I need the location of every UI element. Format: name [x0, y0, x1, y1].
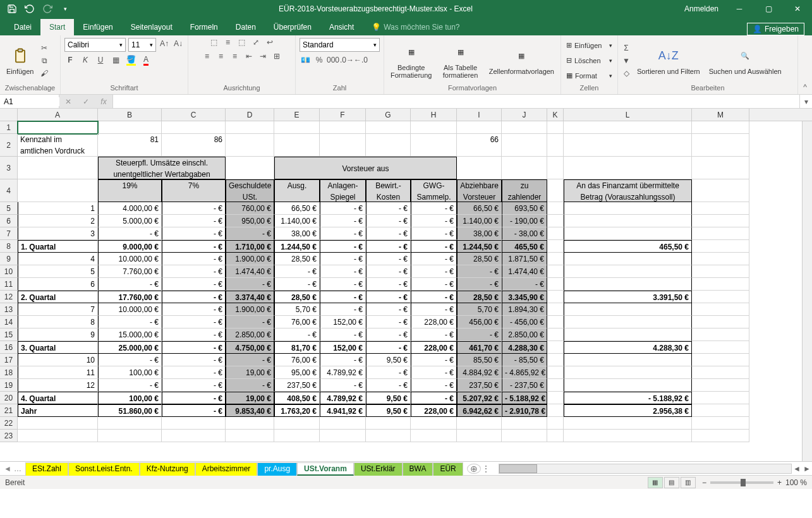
cell[interactable] [274, 134, 320, 157]
cell[interactable] [564, 354, 692, 366]
column-header[interactable]: C [162, 109, 226, 121]
cell[interactable]: 5 [18, 265, 98, 278]
cell[interactable]: 4.941,92 € [320, 404, 366, 417]
row-header[interactable]: 3 [0, 157, 18, 179]
cell[interactable]: 28,50 € [274, 291, 320, 303]
cell[interactable] [547, 392, 564, 404]
redo-icon[interactable] [39, 1, 56, 17]
cell[interactable]: - € [98, 354, 162, 366]
cell[interactable]: 1.900,00 € [226, 303, 274, 316]
cell[interactable] [692, 265, 749, 278]
cell[interactable] [564, 430, 692, 442]
cell[interactable] [547, 417, 564, 430]
cell[interactable]: - € [366, 265, 411, 278]
tab-ueberpruefen[interactable]: Überprüfen [265, 19, 320, 35]
row-header[interactable]: 7 [0, 227, 18, 240]
cell[interactable]: 237,50 € [457, 379, 502, 392]
insert-cells-button[interactable]: ⊞Einfügen▾ [564, 39, 615, 52]
tab-start[interactable]: Start [40, 19, 74, 35]
cell[interactable]: - € [320, 379, 366, 392]
cell[interactable]: 4. Quartal [18, 392, 98, 404]
cell[interactable] [692, 179, 749, 202]
cell[interactable] [547, 157, 564, 179]
cell[interactable]: - € [366, 316, 411, 328]
cell[interactable]: - € [98, 316, 162, 328]
cell[interactable] [692, 278, 749, 291]
row-header[interactable]: 12 [0, 291, 18, 303]
cell[interactable]: - € [162, 240, 226, 253]
cell[interactable]: - 5.188,92 € [502, 392, 547, 404]
bold-icon[interactable]: F [64, 54, 76, 66]
cell[interactable]: 4.789,92 € [320, 392, 366, 404]
cell[interactable]: - € [320, 253, 366, 265]
cell[interactable]: 6 [18, 278, 98, 291]
cell[interactable] [162, 430, 226, 442]
cell[interactable] [564, 316, 692, 328]
page-layout-view-icon[interactable]: ▤ [664, 477, 679, 488]
undo-icon[interactable] [21, 1, 38, 17]
cell[interactable] [366, 121, 411, 134]
align-bottom-icon[interactable]: ⬚ [236, 37, 248, 48]
comma-icon[interactable]: 000 [327, 54, 339, 66]
cell[interactable]: 76,00 € [274, 316, 320, 328]
cell[interactable]: - € [320, 227, 366, 240]
increase-font-icon[interactable]: A↑ [159, 38, 170, 49]
cell[interactable] [692, 202, 749, 215]
cell[interactable]: An das Finanzamt übermittelte Betrag (Vo… [564, 179, 692, 202]
cell[interactable]: 81,70 € [274, 341, 320, 354]
cell[interactable]: - € [226, 316, 274, 328]
cell[interactable] [692, 316, 749, 328]
decrease-indent-icon[interactable]: ⇤ [243, 51, 255, 62]
cell[interactable]: - 5.188,92 € [564, 392, 692, 404]
cell[interactable]: 8 [18, 316, 98, 328]
cell[interactable]: GWG-Sammelp. [411, 179, 457, 202]
decrease-decimal-icon[interactable]: ←.0 [355, 54, 367, 66]
column-header[interactable]: D [226, 109, 274, 121]
cell[interactable] [692, 328, 749, 341]
cell[interactable] [366, 134, 411, 157]
cell[interactable]: 51.860,00 € [98, 404, 162, 417]
underline-icon[interactable]: U [95, 54, 106, 66]
align-right-icon[interactable]: ≡ [229, 51, 241, 62]
save-icon[interactable] [4, 1, 20, 17]
row-header[interactable]: 5 [0, 202, 18, 215]
cell[interactable] [320, 121, 366, 134]
cell[interactable]: 237,50 € [274, 379, 320, 392]
row-header[interactable]: 10 [0, 265, 18, 278]
cell[interactable] [564, 227, 692, 240]
cell[interactable] [547, 366, 564, 379]
cell[interactable] [547, 179, 564, 202]
expand-formula-icon[interactable]: ▾ [799, 95, 812, 108]
cell[interactable]: - 237,50 € [502, 379, 547, 392]
cell[interactable] [366, 417, 411, 430]
cell[interactable]: 5,70 € [274, 303, 320, 316]
align-center-icon[interactable]: ≡ [215, 51, 227, 62]
cell[interactable]: 1.763,20 € [274, 404, 320, 417]
cell[interactable] [547, 121, 564, 134]
cell[interactable]: - 2.910,78 € [502, 404, 547, 417]
cell[interactable] [692, 379, 749, 392]
cell[interactable]: 1 [18, 202, 98, 215]
sheet-tab[interactable]: BWA [403, 462, 433, 476]
cell[interactable]: 19,00 € [226, 392, 274, 404]
row-header[interactable]: 23 [0, 430, 18, 442]
cell[interactable]: - € [98, 227, 162, 240]
cell[interactable] [320, 417, 366, 430]
cell[interactable]: 28,50 € [457, 253, 502, 265]
row-header[interactable]: 2 [0, 134, 18, 157]
delete-cells-button[interactable]: ⊟Löschen▾ [564, 54, 615, 68]
row-header[interactable]: 17 [0, 354, 18, 366]
fx-icon[interactable]: fx [95, 97, 112, 106]
cell[interactable] [547, 265, 564, 278]
cell[interactable]: - € [411, 215, 457, 227]
column-header[interactable]: I [457, 109, 502, 121]
cell[interactable] [692, 291, 749, 303]
minimize-icon[interactable]: ─ [725, 0, 754, 18]
cell[interactable]: - € [226, 379, 274, 392]
cell[interactable] [692, 354, 749, 366]
cell[interactable] [564, 265, 692, 278]
cell[interactable]: - € [162, 316, 226, 328]
currency-icon[interactable]: 💶 [300, 54, 311, 66]
cell[interactable] [98, 417, 162, 430]
cell[interactable]: 9,50 € [366, 354, 411, 366]
